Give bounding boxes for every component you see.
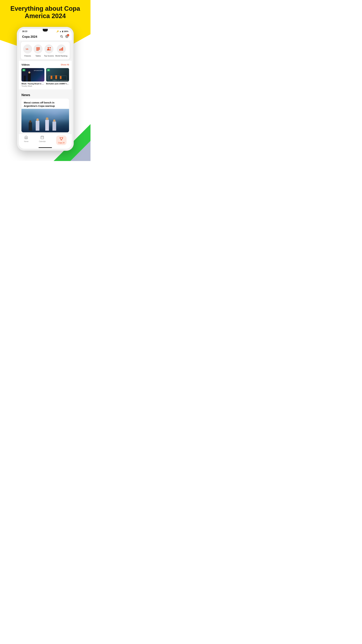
battery-icon: ▮ — [62, 30, 63, 32]
svg-point-8 — [48, 47, 49, 49]
world-ranking-label: World Ranking — [55, 55, 67, 57]
tables-icon-circle — [33, 44, 42, 54]
nav-copa24[interactable]: Copa 24 — [56, 136, 66, 145]
phone-notch — [43, 29, 48, 32]
news-card[interactable]: Messi comes off bench in Argentina's Cop… — [21, 98, 69, 132]
show-all-button[interactable]: Show All — [61, 64, 69, 66]
nav-item-tables[interactable]: Tables — [33, 44, 42, 57]
top-scorers-label: Top Scorers — [44, 55, 54, 57]
video-badge-1: M — [22, 69, 25, 71]
svg-point-2 — [66, 36, 67, 37]
news-heading: News — [21, 93, 69, 97]
phone-frame: 16:13 🔑 ▲ ▮ 100% Copa 2024 — [17, 27, 74, 151]
nav-calendar[interactable]: Calendar — [39, 136, 46, 145]
svg-point-9 — [50, 47, 51, 48]
svg-rect-12 — [62, 47, 63, 51]
nav-panel: VS Fixtures Tables — [21, 42, 70, 60]
svg-rect-6 — [36, 49, 40, 50]
status-icons: 🔑 ▲ ▮ 100% — [56, 30, 68, 32]
video-card-1[interactable]: M SPONSORS Weah: 'Facing Brazil is … Tim… — [21, 68, 44, 87]
vs-icon: VS — [25, 47, 30, 51]
bottom-nav: Home Calendar — [19, 134, 72, 146]
video-subtitle-1: Timothy Weah — [21, 85, 44, 87]
hero-title: Everything about Copa America 2024 — [0, 5, 90, 20]
videos-grid: M SPONSORS Weah: 'Facing Brazil is … Tim… — [21, 68, 69, 87]
world-ranking-icon-circle — [57, 44, 66, 54]
videos-header: Videos Show All — [21, 63, 69, 66]
trophy-icon — [59, 137, 63, 142]
nav-item-top-scorers[interactable]: Top Scorers — [44, 44, 54, 57]
notification-badge: 1 — [67, 34, 69, 36]
settings-button[interactable]: 1 — [65, 35, 68, 39]
tables-icon — [36, 47, 40, 51]
home-indicator — [38, 147, 52, 148]
video-title-1: Weah: 'Facing Brazil is … — [21, 82, 44, 85]
svg-rect-13 — [41, 136, 44, 139]
video-thumbnail-2: M CREDIT: U.S. Soccer/Verizone — [46, 68, 69, 82]
tables-label: Tables — [35, 55, 41, 57]
svg-text:VS: VS — [26, 48, 28, 50]
svg-rect-7 — [36, 50, 39, 51]
videos-section: Videos Show All M SPONSORS — [19, 61, 72, 90]
svg-rect-4 — [36, 47, 40, 48]
svg-rect-5 — [36, 48, 40, 49]
video-badge-2: M — [47, 69, 50, 71]
video-thumbnail-1: M SPONSORS — [21, 68, 44, 82]
credit-text: CREDIT: U.S. Soccer/Verizone — [52, 80, 68, 81]
calendar-label: Calendar — [39, 140, 46, 142]
news-image — [21, 109, 69, 132]
top-scorers-icon-circle — [44, 44, 53, 54]
news-headline: Messi comes off bench in Argentina's Cop… — [21, 98, 69, 109]
sponsor-text: SPONSORS — [34, 70, 43, 71]
home-icon — [24, 136, 28, 140]
phone-mockup: 16:13 🔑 ▲ ▮ 100% Copa 2024 — [17, 27, 74, 151]
copa24-label: Copa 24 — [58, 142, 64, 144]
nav-item-world-ranking[interactable]: World Ranking — [55, 44, 67, 57]
phone-screen: 16:13 🔑 ▲ ▮ 100% Copa 2024 — [19, 29, 72, 149]
battery-percent: 100% — [64, 30, 68, 32]
fixtures-icon-circle: VS — [23, 44, 32, 54]
status-time: 16:13 — [22, 30, 27, 32]
svg-rect-10 — [59, 49, 60, 51]
fixtures-label: Fixtures — [24, 55, 31, 57]
calendar-icon — [40, 136, 44, 140]
app-title: Copa 2024 — [22, 35, 37, 38]
news-section: News Messi comes off bench in Argentina'… — [19, 91, 72, 134]
svg-line-1 — [62, 37, 63, 38]
key-icon: 🔑 — [56, 30, 59, 32]
nav-item-fixtures[interactable]: VS Fixtures — [23, 44, 32, 57]
videos-title: Videos — [21, 63, 30, 66]
search-button[interactable] — [60, 35, 63, 39]
world-ranking-icon — [59, 47, 63, 51]
video-card-2[interactable]: M CREDIT: U.S. Soccer/Verizone Berhalter… — [46, 68, 69, 87]
wifi-icon: ▲ — [59, 30, 61, 32]
nav-home[interactable]: Home — [24, 136, 28, 145]
home-label: Home — [24, 140, 28, 142]
hero-section: Everything about Copa America 2024 — [0, 5, 90, 20]
app-header: Copa 2024 1 — [19, 33, 72, 40]
header-icons: 1 — [60, 35, 68, 39]
top-scorers-icon — [47, 47, 51, 51]
video-title-2: Berhalter puts USMNT t… — [46, 82, 69, 85]
home-bar — [19, 146, 72, 149]
svg-rect-11 — [61, 48, 62, 51]
